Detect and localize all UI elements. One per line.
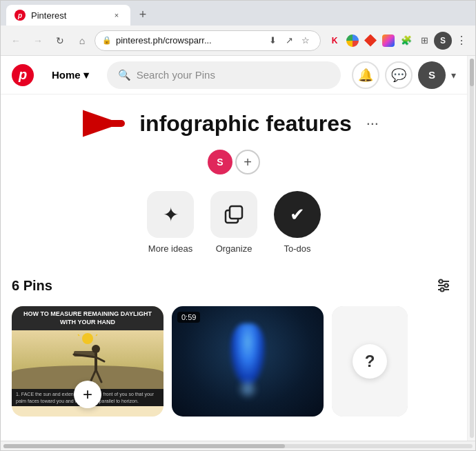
todos-icon: ✔ [274,191,321,238]
home-menu[interactable]: Home ▾ [45,65,96,86]
profile-badge[interactable]: S [434,32,452,50]
more-ideas-action[interactable]: ✦ More ideas [147,191,194,254]
organize-icon [210,191,257,238]
scrollbar-track [470,59,474,438]
active-tab[interactable]: p Pinterest × [6,5,130,26]
grid-icon[interactable]: ⊞ [416,32,433,49]
organize-label: Organize [216,243,252,254]
todos-action[interactable]: ✔ To-dos [274,191,321,254]
board-title-section: infographic features ··· [1,108,467,150]
add-collaborator-button[interactable]: + [235,150,260,174]
address-text: pinterest.ph/crowsparr... [116,35,261,46]
question-mark: ? [353,344,387,379]
tab-favicon: p [14,10,26,21]
ext-o-icon[interactable] [362,32,379,49]
collaborator-avatar[interactable]: S [208,150,232,174]
board-more-options-button[interactable]: ··· [360,111,385,136]
bookmark-icon[interactable]: ☆ [298,33,313,48]
collaborators-row: S + [1,150,467,191]
svg-rect-3 [230,206,242,219]
pin-card-unknown[interactable]: ? [332,306,408,417]
page-content: p Home ▾ 🔍 Search your Pins 🔔 💬 S ▾ [1,56,467,441]
browser-menu-button[interactable]: ⋮ [453,32,470,49]
search-bar[interactable]: 🔍 Search your Pins [107,61,341,89]
svg-point-9 [441,288,444,292]
download-icon[interactable]: ⬇ [265,33,280,48]
infographic-title: HOW TO MEASURE REMAINING DAYLIGHT WITH Y… [12,306,163,330]
new-tab-button[interactable]: + [133,5,152,24]
svg-line-13 [78,334,79,336]
address-icons: ⬇ ↗ ☆ [265,33,313,48]
svg-point-7 [439,280,443,283]
organize-action[interactable]: Organize [210,191,257,254]
user-chevron-icon[interactable]: ▾ [451,70,456,81]
board-title: infographic features [139,111,352,137]
search-icon: 🔍 [118,69,131,81]
h-scrollbar-thumb[interactable] [3,444,285,448]
home-label: Home [52,69,81,81]
svg-line-12 [96,334,97,336]
scrollbar-thumb[interactable] [470,59,474,86]
ext-s-icon[interactable] [380,32,397,49]
tab-title: Pinterest [31,10,106,21]
question-card: ? [332,306,408,417]
pins-count: 6 Pins [12,278,52,294]
back-button[interactable]: ← [6,31,26,50]
action-buttons-row: ✦ More ideas Organize [1,191,467,273]
more-ideas-label: More ideas [148,243,192,254]
share-icon[interactable]: ↗ [281,33,297,48]
svg-line-18 [90,370,96,382]
todos-label: To-dos [284,243,310,254]
extension-icons: K 🧩 ⊞ S ⋮ [326,32,470,50]
pins-grid: HOW TO MEASURE REMAINING DAYLIGHT WITH Y… [12,306,456,417]
ext-k-icon[interactable]: K [326,32,343,49]
pin-card-infographic[interactable]: HOW TO MEASURE REMAINING DAYLIGHT WITH Y… [12,306,163,417]
home-button[interactable]: ⌂ [72,31,92,50]
ext-g-icon[interactable] [344,32,361,49]
svg-point-8 [445,284,448,288]
pinterest-header: p Home ▾ 🔍 Search your Pins 🔔 💬 S ▾ [1,56,467,94]
h-scrollbar-track [3,444,473,448]
video-duration-badge: 0:59 [177,312,200,323]
more-ideas-icon: ✦ [147,191,194,238]
pinterest-logo[interactable]: p [12,64,34,86]
tab-close-button[interactable]: × [111,10,122,21]
nav-bar: ← → ↻ ⌂ 🔒 pinterest.ph/crowsparr... ⬇ ↗ … [1,26,475,56]
horizontal-scrollbar[interactable] [1,441,475,450]
svg-line-19 [96,370,101,382]
page-with-scrollbar: p Home ▾ 🔍 Search your Pins 🔔 💬 S ▾ [1,56,475,441]
user-avatar[interactable]: S [418,61,446,89]
vertical-scrollbar[interactable] [467,56,475,441]
forward-button[interactable]: → [28,31,48,50]
browser-frame: p Pinterest × + ← → ↻ ⌂ 🔒 pinterest.ph/c… [0,0,476,451]
tab-bar: p Pinterest × + [1,1,475,26]
puzzle-icon[interactable]: 🧩 [398,32,415,49]
pins-header: 6 Pins [12,273,456,298]
messages-button[interactable]: 💬 [385,61,413,89]
filter-button[interactable] [431,273,456,298]
add-pin-button[interactable]: + [74,381,101,408]
header-icons: 🔔 💬 S ▾ [352,61,456,89]
svg-rect-20 [74,351,95,357]
glow-figure [172,306,324,417]
home-chevron-icon: ▾ [83,69,89,81]
pin-card-video[interactable]: 0:59 [172,306,324,417]
red-arrow-icon [83,108,131,139]
board-area: infographic features ··· S + ✦ More idea… [1,94,467,441]
lock-icon: 🔒 [102,36,112,45]
pins-section: 6 Pins [1,273,467,417]
address-bar[interactable]: 🔒 pinterest.ph/crowsparr... ⬇ ↗ ☆ [95,30,321,51]
refresh-button[interactable]: ↻ [50,31,70,50]
glow-shape [220,323,275,399]
notifications-button[interactable]: 🔔 [352,61,379,89]
search-placeholder: Search your Pins [137,69,215,81]
